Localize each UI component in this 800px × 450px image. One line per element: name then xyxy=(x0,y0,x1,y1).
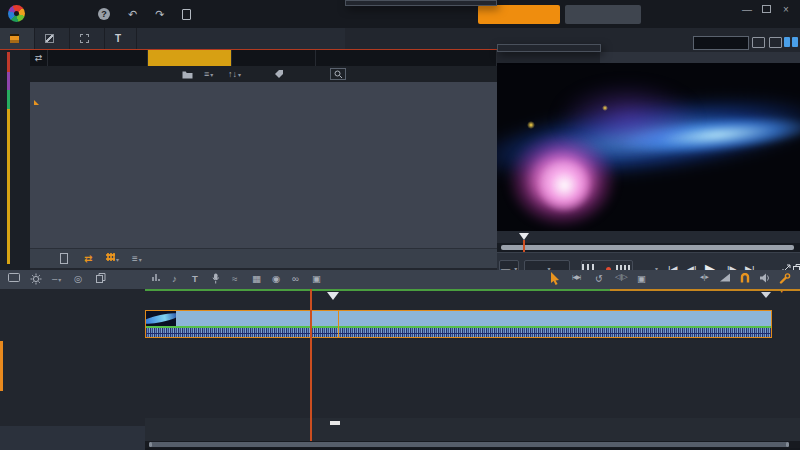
montage-grid-icon[interactable]: ▦ xyxy=(252,273,261,284)
preview-playhead-icon[interactable] xyxy=(519,233,529,240)
select-tool-icon[interactable] xyxy=(550,272,561,285)
preview-monitor[interactable] xyxy=(497,63,800,231)
capture-frame-icon[interactable] xyxy=(752,37,765,48)
minimize-button[interactable]: — xyxy=(740,3,754,15)
preview-playhead-stem xyxy=(523,240,525,252)
preview-scrollbar[interactable] xyxy=(497,243,800,252)
record-icon[interactable]: ◎ xyxy=(74,273,82,284)
clipboard-icon[interactable] xyxy=(60,253,68,264)
tab-library[interactable] xyxy=(0,28,35,49)
restore-button[interactable] xyxy=(759,3,773,15)
magnet-icon[interactable] xyxy=(740,273,750,283)
folder-icon[interactable] xyxy=(182,70,193,79)
nudge-icon[interactable]: ◂|▸ xyxy=(700,273,709,281)
split-tool-icon[interactable]: ◁|▷ xyxy=(615,273,628,281)
plasma-white-core xyxy=(537,158,592,213)
bin-nav-icon[interactable]: ⇄ xyxy=(30,50,48,66)
copy-icon[interactable] xyxy=(96,273,106,283)
music-note-icon[interactable]: ♪ xyxy=(172,273,177,284)
snapshot-icon[interactable]: ▣ xyxy=(637,273,646,284)
voiceover-mic-icon[interactable] xyxy=(212,273,220,284)
primary-action-button[interactable] xyxy=(478,5,560,24)
effects-browser xyxy=(30,82,497,248)
wave-icon[interactable]: ≈ xyxy=(232,273,237,284)
photo-icon[interactable]: ▣ xyxy=(312,273,321,284)
thumbnail-view-icon[interactable]: ▾ xyxy=(106,253,119,264)
dual-view-toggle-icon[interactable] xyxy=(784,37,798,47)
timeline-playhead-line[interactable] xyxy=(310,289,312,441)
tab-transitions[interactable] xyxy=(232,50,316,66)
track-size-dropdown[interactable]: –▾ xyxy=(52,273,61,284)
rotate-icon[interactable]: ↺ xyxy=(595,273,603,284)
tab-sound-effects[interactable] xyxy=(316,50,497,66)
tag-icon[interactable] xyxy=(274,69,284,79)
title-T-icon: T xyxy=(115,33,121,44)
library-icon xyxy=(10,34,19,43)
preview-ruler[interactable] xyxy=(497,231,800,243)
clip-thumbnail xyxy=(146,311,176,326)
timeline-playhead-handle[interactable] xyxy=(327,292,339,300)
new-document-icon[interactable] xyxy=(182,9,191,20)
clip-video-band xyxy=(146,311,771,326)
mask-icon xyxy=(80,34,89,43)
context-submenu xyxy=(497,44,601,52)
export-button[interactable] xyxy=(565,5,641,24)
trim-tool-icon[interactable]: |◀▶| xyxy=(572,273,580,280)
library-toolbar: ≡▾ ↑↓▾ xyxy=(30,66,497,82)
timeline-ruler[interactable] xyxy=(145,418,800,441)
palette-icon[interactable]: ◉ xyxy=(272,273,280,284)
context-menu xyxy=(345,0,497,6)
redo-icon[interactable]: ↷ xyxy=(155,8,164,21)
selected-track-marker xyxy=(0,341,3,391)
undo-icon[interactable]: ↶ xyxy=(128,8,137,21)
audio-mixer-icon[interactable] xyxy=(152,273,161,282)
smartmovie-bar: ⇄ ▾ ≡▾ xyxy=(30,248,497,268)
library-nav-sidebar xyxy=(0,50,30,270)
search-icon[interactable] xyxy=(330,68,346,80)
wrench-icon[interactable]: ▾ xyxy=(779,273,791,295)
title-tool-icon[interactable]: T xyxy=(192,273,198,284)
timeline-clip[interactable] xyxy=(145,310,772,338)
shuffle-icon[interactable]: ⇄ xyxy=(84,253,92,264)
end-marker-icon xyxy=(761,292,771,298)
library-tab-bar: ⇄ xyxy=(30,50,497,66)
app-logo-icon xyxy=(8,5,25,22)
tab-title[interactable]: T xyxy=(105,28,137,49)
link-icon[interactable]: ∞ xyxy=(292,273,299,284)
timecode-input[interactable] xyxy=(693,36,749,50)
audio-scrub-icon[interactable] xyxy=(760,273,771,283)
close-button[interactable]: × xyxy=(779,3,793,15)
plasma-spark xyxy=(527,121,535,129)
plasma-purple-haze xyxy=(557,83,697,153)
plasma-spark xyxy=(602,105,608,111)
clip-cut-line xyxy=(338,311,339,337)
app-window: ? ↶ ↷ — × T xyxy=(0,0,800,450)
list-icon[interactable]: ≡▾ xyxy=(132,253,142,264)
audio-level-meter xyxy=(0,426,145,450)
render-indicator-strip xyxy=(145,289,800,291)
help-icon[interactable]: ? xyxy=(98,8,110,20)
sort-icon[interactable]: ↑↓▾ xyxy=(228,69,241,79)
pencil-icon xyxy=(45,34,54,43)
gear-icon[interactable] xyxy=(30,273,42,285)
category-color-strip xyxy=(7,52,10,264)
copy-view-icon[interactable] xyxy=(769,37,782,48)
clip-audio-waveform xyxy=(146,328,771,337)
main-tab-bar: T xyxy=(0,28,345,49)
speed-ramp-icon[interactable] xyxy=(720,273,731,282)
timeline-toolbar: –▾ ◎ ♪ T ≈ ▦ ◉ ∞ ▣ |◀▶| ↺ ◁|▷ ▣ ◂|▸ ▾ xyxy=(0,270,800,289)
screen-icon[interactable] xyxy=(8,273,20,282)
tab-effects[interactable] xyxy=(148,50,232,66)
collapse-triangle-icon[interactable] xyxy=(34,100,39,105)
tab-editor[interactable] xyxy=(35,28,70,49)
tab-mask[interactable] xyxy=(70,28,105,49)
list-view-icon[interactable]: ≡▾ xyxy=(204,69,213,79)
tab-project-bin[interactable] xyxy=(48,50,148,66)
scrollbar-thumb[interactable] xyxy=(149,442,789,447)
ruler-playhead-mark xyxy=(330,421,340,425)
